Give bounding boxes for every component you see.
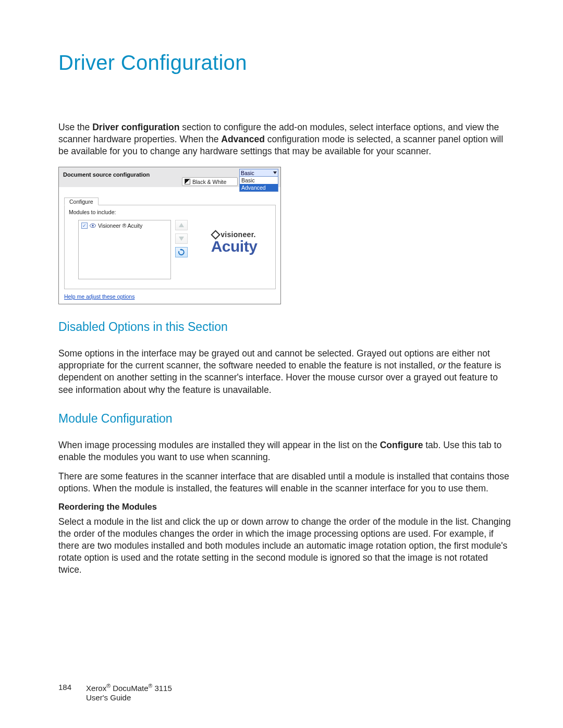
acuity-eye-icon <box>90 223 96 229</box>
text-bold: Advanced <box>221 134 265 144</box>
refresh-button[interactable] <box>175 247 188 257</box>
text-bold: Configure <box>380 440 423 450</box>
chevron-down-icon <box>273 171 277 175</box>
checkbox-checked[interactable]: ✓ <box>81 223 88 229</box>
text-italic: or <box>438 360 446 371</box>
heading-disabled-options: Disabled Options in this Section <box>58 320 511 334</box>
bw-label: Black & White <box>192 179 226 185</box>
combo-option-selected[interactable]: Advanced <box>240 184 278 191</box>
heading-reordering: Reordering the Modules <box>58 502 511 512</box>
module-paragraph-2: There are some features in the scanner i… <box>58 471 511 495</box>
page-number: 184 <box>58 683 71 704</box>
svg-marker-0 <box>273 171 277 174</box>
combo-option[interactable]: Basic <box>240 177 278 184</box>
footer-doc-title: Xerox® DocuMate® 3115 User's Guide <box>86 683 172 704</box>
page-footer: 184 Xerox® DocuMate® 3115 User's Guide <box>58 683 172 704</box>
text: 3115 <box>152 684 172 693</box>
config-screenshot: Document source configuration Black & Wh… <box>58 167 281 304</box>
help-link[interactable]: Help me adjust these options <box>64 293 134 300</box>
page-title: Driver Configuration <box>58 51 511 75</box>
svg-marker-4 <box>179 237 184 241</box>
intro-paragraph: Use the Driver configuration section to … <box>58 121 511 157</box>
black-white-pill[interactable]: Black & White <box>182 177 238 186</box>
tab-configure[interactable]: Configure <box>64 198 99 205</box>
registered-icon: ® <box>106 683 111 689</box>
disabled-paragraph: Some options in the interface may be gra… <box>58 348 511 396</box>
screenshot-header: Document source configuration Black & Wh… <box>59 167 280 187</box>
svg-marker-5 <box>180 249 181 251</box>
heading-module-config: Module Configuration <box>58 412 511 426</box>
bw-icon <box>185 179 190 184</box>
modules-listbox[interactable]: ✓ Visioneer ® Acuity <box>78 220 171 279</box>
list-item[interactable]: ✓ Visioneer ® Acuity <box>81 223 168 229</box>
text: Use the <box>58 122 92 132</box>
module-logo: visioneer. Acuity <box>196 230 272 255</box>
acuity-logo: Acuity <box>196 238 272 255</box>
module-name: Visioneer ® Acuity <box>98 223 142 229</box>
text: Xerox <box>86 684 106 693</box>
move-up-button[interactable] <box>175 220 188 230</box>
text-bold: Driver configuration <box>92 122 179 132</box>
doc-source-label: Document source configuration <box>63 169 150 178</box>
mode-dropdown[interactable]: Basic <box>239 169 278 177</box>
svg-point-2 <box>92 225 93 227</box>
module-paragraph-1: When image processing modules are instal… <box>58 439 511 463</box>
text: User's Guide <box>86 693 131 702</box>
mode-dropdown-list[interactable]: Basic Advanced <box>239 176 278 192</box>
combo-selected: Basic <box>241 170 254 176</box>
svg-marker-3 <box>179 223 184 227</box>
text: DocuMate <box>111 684 149 693</box>
text: Some options in the interface may be gra… <box>58 348 490 371</box>
modules-include-label: Modules to include: <box>69 209 271 215</box>
move-down-button[interactable] <box>175 233 188 244</box>
tab-panel: Modules to include: ✓ Visioneer ® Acuity <box>64 205 276 289</box>
reorder-paragraph: Select a module in the list and click th… <box>58 516 511 576</box>
text: When image processing modules are instal… <box>58 440 380 450</box>
